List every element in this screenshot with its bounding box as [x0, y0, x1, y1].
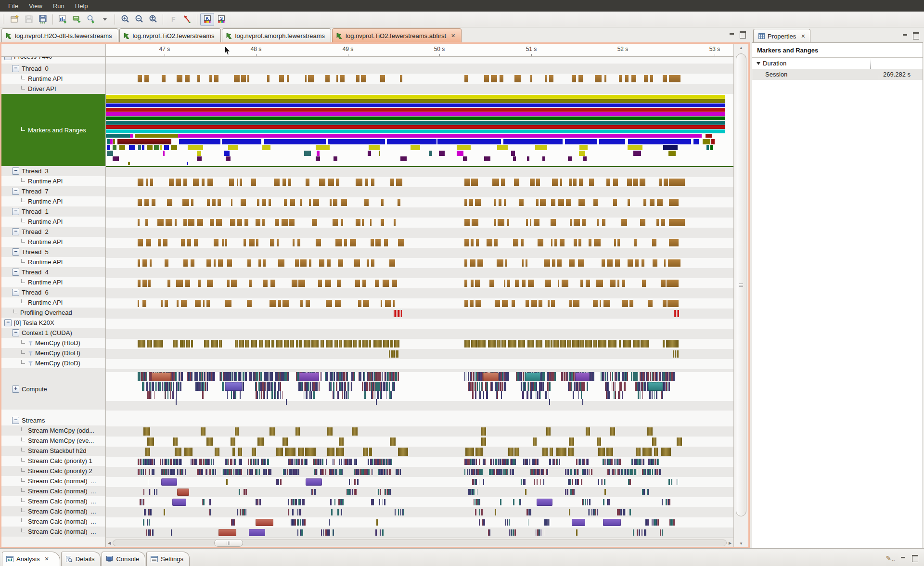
timeline-interval[interactable] — [505, 259, 507, 267]
tree-row-memcpy-dtod[interactable]: MemCpy (DtoD) — [1, 358, 105, 368]
timeline-interval[interactable] — [650, 372, 651, 381]
timeline-interval[interactable] — [239, 489, 240, 495]
timeline-interval[interactable] — [521, 382, 522, 391]
timeline-interval[interactable] — [628, 469, 629, 475]
timeline-interval[interactable] — [212, 199, 216, 206]
timeline-interval[interactable] — [593, 340, 597, 347]
timeline-track-profiling-overhead[interactable] — [106, 309, 733, 319]
timeline-interval[interactable] — [677, 437, 681, 446]
timeline-interval[interactable] — [521, 479, 522, 485]
timeline-interval[interactable] — [369, 382, 371, 391]
timeline-interval[interactable] — [580, 459, 581, 465]
tree-row-stream-calc-normal-2[interactable]: Stream Calc (normal) ... — [1, 486, 105, 496]
timeline-interval[interactable] — [174, 469, 175, 475]
timeline-interval[interactable] — [622, 280, 625, 287]
timeline-interval[interactable] — [241, 199, 245, 206]
timeline-interval[interactable] — [506, 459, 507, 465]
timeline-interval[interactable] — [633, 179, 638, 186]
timeline-interval[interactable] — [610, 382, 610, 391]
timeline-interval[interactable] — [522, 372, 522, 381]
timeline-track-stream-calc-normal-5[interactable] — [106, 517, 733, 527]
timeline-interval[interactable] — [559, 459, 560, 465]
timeline-interval[interactable] — [157, 219, 164, 226]
timeline-interval[interactable] — [256, 519, 273, 526]
timeline-interval[interactable] — [657, 459, 658, 465]
timeline-interval[interactable] — [497, 340, 500, 347]
timeline-interval[interactable] — [145, 509, 146, 515]
timeline-interval[interactable] — [471, 239, 473, 246]
timeline-interval[interactable] — [505, 382, 506, 391]
timeline-interval[interactable] — [475, 448, 482, 456]
timeline-interval[interactable] — [613, 199, 617, 206]
timeline-interval[interactable] — [475, 199, 481, 206]
timeline-interval[interactable] — [661, 280, 666, 287]
timeline-interval[interactable] — [503, 382, 503, 391]
timeline-interval[interactable] — [512, 300, 515, 307]
timeline-interval[interactable] — [588, 382, 588, 391]
timeline-interval[interactable] — [148, 529, 150, 536]
timeline-interval[interactable] — [259, 499, 261, 505]
timeline-interval[interactable] — [257, 372, 258, 381]
tree-row-thread-3-runtime[interactable]: Runtime API — [1, 176, 105, 186]
timeline-interval[interactable] — [222, 469, 222, 475]
timeline-interval[interactable] — [138, 469, 140, 475]
timeline-interval[interactable] — [267, 75, 270, 82]
timeline-interval[interactable] — [523, 372, 524, 381]
timeline-interval[interactable] — [330, 529, 330, 536]
timeline-interval[interactable] — [587, 499, 588, 505]
timeline-interval[interactable] — [582, 219, 585, 226]
timeline-interval[interactable] — [278, 382, 280, 391]
timeline-interval[interactable] — [583, 156, 587, 161]
timeline-interval[interactable] — [183, 259, 188, 267]
timeline-interval[interactable] — [628, 145, 642, 150]
minimize-bottom-icon[interactable] — [901, 556, 906, 561]
hscroll-thumb[interactable] — [214, 539, 243, 547]
timeline-interval[interactable] — [473, 372, 474, 381]
timeline-track-thread-1-runtime[interactable] — [106, 218, 733, 228]
timeline-interval[interactable] — [551, 340, 552, 347]
timeline-interval[interactable] — [535, 459, 537, 465]
timeline-interval[interactable] — [338, 469, 338, 475]
timeline-interval[interactable] — [609, 391, 610, 399]
tree-row-process-7440[interactable]: −Process 7440 — [1, 57, 105, 64]
timeline-interval[interactable] — [333, 199, 337, 206]
timeline-interval[interactable] — [345, 382, 346, 391]
minimize-properties-icon[interactable] — [903, 34, 908, 38]
timeline-interval[interactable] — [295, 427, 300, 436]
timeline-interval[interactable] — [638, 459, 639, 465]
tree-row-thread-2-runtime[interactable]: Runtime API — [1, 237, 105, 247]
timeline-interval[interactable] — [570, 469, 572, 475]
timeline-interval[interactable] — [474, 382, 475, 391]
timeline-interval[interactable] — [203, 459, 205, 465]
timeline-interval[interactable] — [540, 391, 541, 399]
timeline-interval[interactable] — [384, 489, 385, 495]
timeline-interval[interactable] — [362, 219, 364, 226]
timeline-interval[interactable] — [271, 391, 273, 399]
timeline-interval[interactable] — [341, 219, 343, 226]
timeline-interval[interactable] — [362, 340, 368, 347]
timeline-interval[interactable] — [669, 300, 679, 307]
timeline-interval[interactable] — [331, 499, 332, 505]
timeline-interval[interactable] — [539, 391, 540, 399]
timeline-interval[interactable] — [628, 259, 633, 267]
timeline-track-thread-7-runtime[interactable] — [106, 197, 733, 207]
timeline-interval[interactable] — [569, 300, 572, 307]
timeline-interval[interactable] — [547, 382, 549, 391]
timeline-interval[interactable] — [308, 75, 314, 82]
timeline-interval[interactable] — [578, 459, 578, 465]
timeline-interval[interactable] — [619, 469, 620, 475]
timeline-interval[interactable] — [167, 280, 170, 287]
timeline-interval[interactable] — [667, 372, 668, 381]
timeline-interval[interactable] — [389, 391, 391, 399]
timeline-interval[interactable] — [238, 372, 239, 381]
timeline-interval[interactable] — [354, 259, 360, 267]
timeline-interval[interactable] — [375, 239, 381, 246]
timeline-interval[interactable] — [619, 459, 621, 465]
timeline-interval[interactable] — [106, 116, 725, 120]
timeline-interval[interactable] — [545, 469, 545, 475]
timeline-interval[interactable] — [411, 145, 420, 150]
timeline-interval[interactable] — [256, 382, 257, 391]
timeline-interval[interactable] — [640, 391, 640, 399]
timeline-interval[interactable] — [201, 427, 205, 436]
timeline-interval[interactable] — [162, 459, 163, 465]
